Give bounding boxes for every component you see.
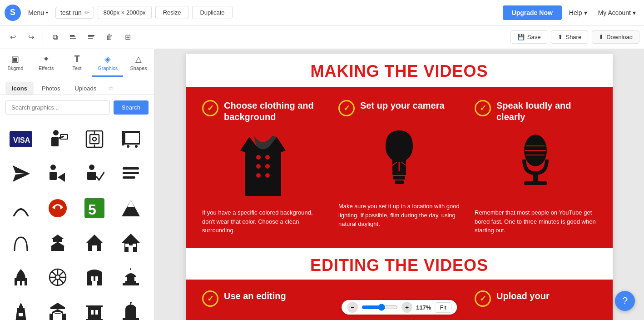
- share-button[interactable]: ⬆ Share: [551, 30, 588, 44]
- icon-capitol-2[interactable]: [115, 296, 146, 320]
- svg-line-61: [59, 271, 64, 275]
- svg-rect-73: [19, 306, 23, 308]
- icon-chinese-gate[interactable]: [42, 296, 73, 320]
- svg-point-94: [256, 173, 261, 178]
- dimensions-button[interactable]: 800px × 2000px: [98, 6, 152, 19]
- layer-down-button[interactable]: [65, 29, 81, 45]
- svg-rect-3: [88, 35, 94, 36]
- icon-mountain[interactable]: [115, 193, 146, 224]
- icon-number-5[interactable]: 5: [79, 193, 110, 224]
- svg-rect-47: [129, 245, 133, 252]
- svg-point-96: [265, 164, 270, 169]
- copy-button[interactable]: ⧉: [47, 29, 63, 45]
- icon-wheel[interactable]: [42, 262, 73, 293]
- duplicate-button[interactable]: Duplicate: [192, 6, 232, 19]
- col-editing-1: ✓ Use an editing: [195, 290, 331, 314]
- account-button[interactable]: My Account ▾: [594, 7, 639, 18]
- col-editing-3-heading: Upload your: [496, 290, 550, 302]
- icon-arch-building[interactable]: [79, 262, 110, 293]
- svg-rect-29: [87, 172, 96, 180]
- icon-capitol[interactable]: [115, 262, 146, 293]
- col-mic-desc: Remember that most people on YouTube get…: [475, 208, 596, 235]
- col-mic: ✓ Speak loudly and clearly: [467, 100, 604, 235]
- svg-point-8: [53, 130, 59, 135]
- icon-mosque-1[interactable]: [5, 262, 36, 293]
- svg-rect-49: [133, 244, 136, 247]
- svg-rect-67: [123, 283, 139, 285]
- tab-photos[interactable]: Photos: [35, 82, 66, 95]
- graphics-icon: ◈: [104, 54, 111, 64]
- zoom-in-button[interactable]: +: [401, 302, 412, 313]
- zoom-slider[interactable]: [362, 304, 398, 311]
- icon-house-simple[interactable]: [79, 227, 110, 258]
- redo-button[interactable]: ↪: [23, 29, 39, 45]
- icon-pagoda[interactable]: [42, 227, 73, 258]
- zoom-bar: − + 117% Fit: [342, 300, 457, 315]
- svg-rect-32: [123, 176, 135, 179]
- col-clothing-heading: Choose clothing and background: [224, 100, 324, 123]
- resize-button[interactable]: Resize: [155, 6, 189, 19]
- menu-label: Menu: [28, 9, 44, 16]
- help-bubble[interactable]: ?: [615, 291, 635, 311]
- sidebar-item-graphics[interactable]: ◈ Graphics: [92, 49, 123, 77]
- icon-person-slide[interactable]: [42, 124, 73, 155]
- sidebar-item-effects[interactable]: ✦ Effects: [31, 49, 62, 77]
- col-clothing-header: ✓ Choose clothing and background: [202, 100, 324, 123]
- icon-arch-2[interactable]: [5, 227, 36, 258]
- zoom-out-button[interactable]: −: [347, 302, 358, 313]
- layer-up-button[interactable]: [83, 29, 99, 45]
- upgrade-button[interactable]: Upgrade Now: [503, 5, 562, 20]
- svg-rect-5: [88, 38, 93, 39]
- save-button[interactable]: 💾 Save: [510, 30, 548, 44]
- col-camera-desc: Make sure you set it up in a location wi…: [338, 202, 460, 229]
- zoom-value: 117%: [416, 304, 431, 311]
- svg-point-28: [89, 165, 94, 170]
- icon-cart[interactable]: [115, 124, 146, 155]
- icon-safe[interactable]: [79, 124, 110, 155]
- sidebar-label-shapes: Shapes: [130, 65, 147, 71]
- favorites-button[interactable]: ☆: [104, 82, 118, 95]
- menu-button[interactable]: Menu ▾: [25, 7, 52, 18]
- svg-point-54: [55, 275, 60, 280]
- sidebar-item-text[interactable]: T Text: [62, 49, 93, 77]
- icon-person-arrow[interactable]: [42, 158, 73, 189]
- icon-lines[interactable]: [115, 158, 146, 189]
- icon-house-detailed[interactable]: [115, 227, 146, 258]
- download-button[interactable]: ⬇ Download: [592, 30, 639, 44]
- icon-bird[interactable]: [42, 193, 73, 224]
- sidebar-item-bkgrnd[interactable]: ▣ Bkgrnd: [0, 49, 31, 77]
- making-content: ✓ Choose clothing and background: [186, 87, 613, 248]
- icon-tower[interactable]: [5, 296, 36, 320]
- search-input[interactable]: [5, 100, 110, 115]
- col-mic-heading: Speak loudly and clearly: [496, 100, 596, 123]
- edit-project-name-icon: [84, 10, 89, 16]
- delete-button[interactable]: 🗑: [101, 29, 118, 45]
- help-button[interactable]: Help ▾: [565, 7, 591, 18]
- tab-uploads[interactable]: Uploads: [68, 82, 103, 95]
- icon-paper-plane[interactable]: [5, 158, 36, 189]
- sidebar-item-shapes[interactable]: △ Shapes: [123, 49, 154, 77]
- svg-point-22: [127, 145, 129, 148]
- svg-line-62: [52, 279, 56, 283]
- project-name-field[interactable]: test run: [55, 7, 94, 19]
- canvas-scroll[interactable]: MAKING THE VIDEOS ✓ Choose clothing and …: [154, 49, 644, 320]
- zoom-fit-button[interactable]: Fit: [435, 302, 451, 313]
- svg-point-92: [256, 155, 261, 160]
- grid-button[interactable]: ⊞: [119, 29, 136, 45]
- tab-icons[interactable]: Icons: [5, 82, 34, 95]
- search-button[interactable]: Search: [114, 100, 149, 115]
- svg-rect-71: [134, 277, 136, 281]
- icon-tower-2[interactable]: [79, 296, 110, 320]
- svg-rect-9: [51, 137, 59, 146]
- col-camera-heading: Set up your camera: [360, 100, 445, 111]
- sidebar-label-text: Text: [72, 65, 81, 71]
- icon-arch-1[interactable]: [5, 193, 36, 224]
- col-clothing-desc: If you have a specific-colored backgroun…: [202, 208, 324, 235]
- icon-visa[interactable]: VISA: [5, 124, 36, 155]
- svg-text:5: 5: [88, 201, 96, 218]
- save-icon: 💾: [517, 34, 525, 40]
- undo-button[interactable]: ↩: [5, 29, 21, 45]
- icon-person-check[interactable]: [79, 158, 110, 189]
- svg-line-60: [59, 279, 64, 283]
- svg-rect-105: [533, 173, 538, 182]
